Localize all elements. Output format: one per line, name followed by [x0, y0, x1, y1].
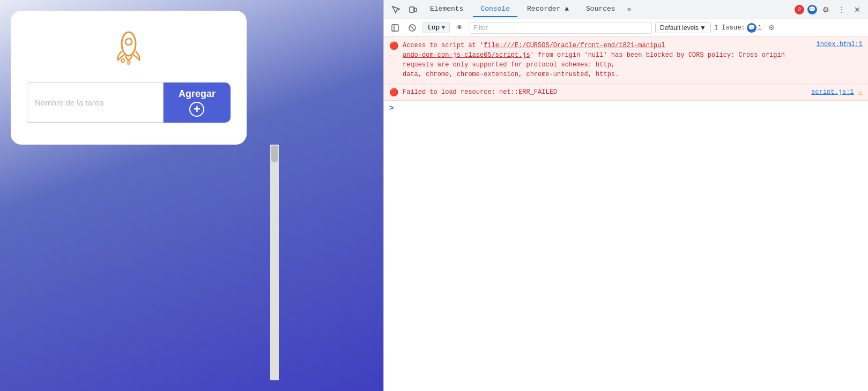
issue-count-badge: 💬 [807, 5, 817, 14]
issue-badge: 1 Issue: 💬 1 [714, 23, 762, 33]
issue-number: 1 [758, 24, 762, 32]
app-panel: Agregar + [0, 0, 383, 391]
scrollbar-thumb [271, 146, 278, 162]
settings-icon[interactable]: ⚙ [819, 3, 833, 16]
clear-console-btn[interactable] [405, 22, 419, 33]
devtools-panel: Elements Console Recorder ▲ Sources » 2 … [383, 0, 868, 391]
console-error-row-1: 🔴 Access to script at 'file:///E:/CURSOS… [384, 36, 868, 84]
error-text-2: Failed to load resource: net::ERR_FAILED [403, 87, 603, 97]
error-icon-2: 🔴 [389, 88, 398, 97]
close-icon[interactable]: ✕ [851, 3, 864, 16]
prompt-arrow: > [389, 104, 394, 112]
warn-circle-icon: ⚠ [858, 88, 863, 97]
top-chevron-icon: ▼ [441, 25, 445, 31]
default-levels-btn[interactable]: Default levels ▼ [655, 22, 711, 33]
console-prompt-row[interactable]: > [384, 101, 868, 116]
devtools-toolbar: top ▼ 👁 Default levels ▼ 1 Issue: 💬 1 ⚙ [384, 19, 868, 36]
error-file-link-1[interactable]: index.html:1 [817, 41, 863, 48]
console-settings-icon[interactable]: ⚙ [765, 22, 778, 33]
tab-recorder[interactable]: Recorder ▲ [520, 2, 576, 17]
eye-icon-btn[interactable]: 👁 [453, 22, 466, 33]
tab-elements[interactable]: Elements [422, 2, 471, 17]
inspect-icon[interactable] [388, 3, 403, 16]
add-button-label: Agregar [179, 88, 216, 100]
error-link-2[interactable]: ando-dom-con-js-clase05/script.js [403, 51, 530, 59]
svg-rect-5 [414, 8, 417, 12]
default-levels-label: Default levels [660, 24, 699, 32]
task-input[interactable] [27, 82, 164, 123]
svg-rect-6 [392, 25, 398, 31]
console-error-row-2: 🔴 Failed to load resource: net::ERR_FAIL… [384, 84, 868, 101]
svg-point-0 [122, 32, 136, 56]
svg-line-9 [411, 26, 414, 29]
svg-point-3 [121, 59, 124, 62]
more-options-icon[interactable]: ⋮ [835, 3, 849, 16]
add-button[interactable]: Agregar + [164, 82, 231, 123]
top-selector[interactable]: top ▼ [422, 22, 450, 33]
svg-point-2 [127, 59, 131, 65]
top-label: top [427, 24, 440, 32]
error-icon-1: 🔴 [389, 41, 398, 50]
device-icon[interactable] [405, 3, 420, 16]
svg-rect-4 [410, 7, 414, 12]
issue-count: 💬 [747, 23, 756, 33]
error-text-1: Access to script at 'file:///E:/CURSOS/O… [403, 41, 812, 79]
devtools-topbar: Elements Console Recorder ▲ Sources » 2 … [384, 0, 868, 19]
svg-point-1 [125, 39, 132, 45]
filter-input[interactable] [470, 22, 652, 34]
error-count-badge: 2 [795, 5, 804, 14]
app-card: Agregar + [11, 11, 247, 145]
issue-label: 1 Issue: [714, 24, 745, 32]
sidebar-toggle-btn[interactable] [388, 22, 402, 33]
console-content: 🔴 Access to script at 'file:///E:/CURSOS… [384, 36, 868, 391]
error-link-1[interactable]: file:///E:/CURSOS/Oracle/front-end/1821-… [484, 42, 665, 49]
more-tabs-icon[interactable]: » [625, 5, 634, 13]
add-button-plus: + [189, 102, 204, 117]
tab-console[interactable]: Console [473, 2, 517, 17]
scrollbar[interactable] [270, 145, 279, 380]
tab-sources[interactable]: Sources [578, 2, 623, 17]
error-file-link-2[interactable]: script.js:1 [811, 88, 854, 96]
input-row: Agregar + [27, 82, 231, 123]
default-levels-chevron: ▼ [700, 24, 706, 32]
rocket-icon [107, 27, 150, 72]
